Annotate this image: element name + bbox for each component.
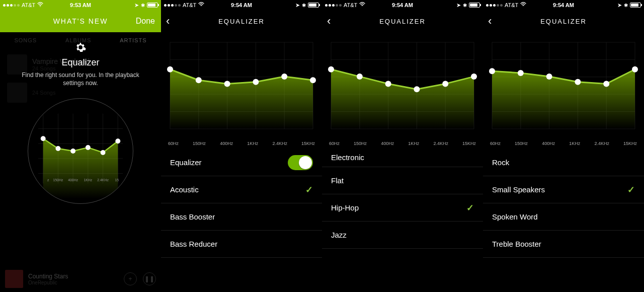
eq-chart-area: 60Hz150Hz400Hz1KHz2.4KHz15KHz [322,32,483,149]
eq-chart-area: 60Hz150Hz400Hz1KHz2.4KHz15KHz [161,32,322,149]
promo-eq-preview: z150Hz400Hz1KHz2.4KHz15 [28,98,133,204]
svg-text:1KHz: 1KHz [84,179,92,182]
svg-point-57 [471,74,477,80]
svg-point-56 [442,81,448,87]
preset-row-electronic[interactable]: Electronic [322,149,483,167]
eq-chart[interactable] [483,32,644,149]
svg-point-52 [328,66,334,72]
status-time: 9:54 AM [161,2,322,8]
screen-whats-new: AT&T 9:53 AM ➤ ✱ WHAT'S NEW Done SONGS A… [0,0,161,292]
pause-button[interactable]: ❚❚ [143,272,156,285]
now-playing-bar[interactable]: Counting Stars OneRepublic + ❚❚ [0,266,161,292]
eq-frequency-labels: 60Hz150Hz400Hz1KHz2.4KHz15KHz [161,141,322,146]
freq-label: 400Hz [220,141,233,146]
preset-row-treble booster[interactable]: Treble Booster [483,231,644,258]
eq-chart[interactable] [161,32,322,149]
battery-icon [469,3,480,8]
preset-list[interactable]: Rock Small Speakers ✓ Spoken Word Treble… [483,149,644,258]
freq-label: 2.4KHz [594,141,609,146]
preset-row-bass booster[interactable]: Bass Booster [161,203,322,231]
equalizer-toggle-row[interactable]: Equalizer [161,149,322,176]
freq-label: 2.4KHz [433,141,448,146]
svg-point-10 [41,136,46,141]
preset-label: Acoustic [170,185,305,194]
screen-eq-hiphop: AT&T 9:54 AM ➤ ✱ ‹ EQUALIZER 60Hz150Hz40… [322,0,483,292]
equalizer-promo-overlay[interactable]: Equalizer Find the right sound for you. … [0,32,161,292]
freq-label: 150Hz [193,141,206,146]
status-time: 9:54 AM [322,2,483,8]
equalizer-header: ‹ EQUALIZER [483,10,644,32]
preset-label: Bass Booster [170,212,313,221]
freq-label: 1KHz [569,141,580,146]
gear-icon [74,41,87,53]
freq-label: 60Hz [490,141,501,146]
svg-point-71 [518,70,524,76]
preset-row-jazz[interactable]: Jazz [322,222,483,249]
preset-row-bass reducer[interactable]: Bass Reducer [161,231,322,258]
preset-label: Treble Booster [492,240,635,248]
back-button[interactable]: ‹ [166,16,170,27]
preset-list[interactable]: Equalizer Acoustic ✓ Bass Booster Bass R… [161,149,322,258]
preset-label: Jazz [331,231,474,239]
back-button[interactable]: ‹ [488,16,492,27]
page-title: EQUALIZER [218,18,265,25]
preset-row-small speakers[interactable]: Small Speakers ✓ [483,176,644,203]
preset-row-hip-hop[interactable]: Hip-Hop ✓ [322,194,483,222]
status-bar: AT&T 9:54 AM ➤ ✱ [483,0,644,10]
equalizer-header: ‹ EQUALIZER [161,10,322,32]
svg-point-15 [115,139,120,144]
preset-label: Flat [331,176,474,185]
svg-text:z: z [47,179,49,182]
preset-row-spoken word[interactable]: Spoken Word [483,203,644,231]
svg-point-11 [55,146,60,151]
freq-label: 1KHz [408,141,419,146]
eq-chart-area: 60Hz150Hz400Hz1KHz2.4KHz15KHz [483,32,644,149]
freq-label: 400Hz [542,141,555,146]
eq-chart[interactable] [322,32,483,149]
equalizer-header: ‹ EQUALIZER [322,10,483,32]
status-bar: AT&T 9:54 AM ➤ ✱ [161,0,322,10]
svg-point-34 [167,66,173,72]
freq-label: 150Hz [354,141,367,146]
svg-point-13 [86,145,91,150]
back-button[interactable]: ‹ [327,16,331,27]
freq-label: 150Hz [515,141,528,146]
page-title: EQUALIZER [379,18,426,25]
preset-label: Small Speakers [492,185,627,194]
preset-label: Bass Reducer [170,240,313,248]
freq-label: 2.4KHz [272,141,287,146]
svg-point-55 [414,86,420,92]
now-playing-artist: OneRepublic [28,280,68,285]
screen-eq-acoustic: AT&T 9:54 AM ➤ ✱ ‹ EQUALIZER 60Hz150Hz40… [161,0,322,292]
whats-new-header: WHAT'S NEW Done [0,10,161,32]
eq-frequency-labels: 60Hz150Hz400Hz1KHz2.4KHz15KHz [322,141,483,146]
preset-row-rock[interactable]: Rock [483,149,644,176]
svg-point-75 [632,66,638,72]
freq-label: 60Hz [168,141,179,146]
preset-row-flat[interactable]: Flat [322,167,483,194]
now-playing-title: Counting Stars [28,273,68,280]
add-button[interactable]: + [124,272,137,285]
check-icon: ✓ [627,184,635,195]
page-title: WHAT'S NEW [53,17,108,25]
check-icon: ✓ [466,202,474,213]
preset-list[interactable]: Electronic Flat Hip-Hop ✓ Jazz [322,149,483,249]
svg-text:2.4KHz: 2.4KHz [97,179,109,182]
status-bar: AT&T 9:53 AM ➤ ✱ [0,0,161,10]
promo-subtitle: Find the right sound for you. In the pla… [0,71,161,87]
svg-text:15: 15 [115,179,119,182]
preset-label: Hip-Hop [331,203,466,212]
done-button[interactable]: Done [136,17,155,26]
battery-icon [147,3,158,8]
freq-label: 15KHz [623,141,637,146]
svg-text:150Hz: 150Hz [53,179,63,182]
preset-row-acoustic[interactable]: Acoustic ✓ [161,176,322,203]
svg-point-14 [101,150,106,155]
screen-eq-smallspeakers: AT&T 9:54 AM ➤ ✱ ‹ EQUALIZER 60Hz150Hz40… [483,0,644,292]
page-title: EQUALIZER [540,18,587,25]
freq-label: 15KHz [301,141,315,146]
status-bar: AT&T 9:54 AM ➤ ✱ [322,0,483,10]
svg-point-54 [385,81,391,87]
equalizer-toggle[interactable] [288,155,313,170]
svg-point-73 [575,79,581,85]
